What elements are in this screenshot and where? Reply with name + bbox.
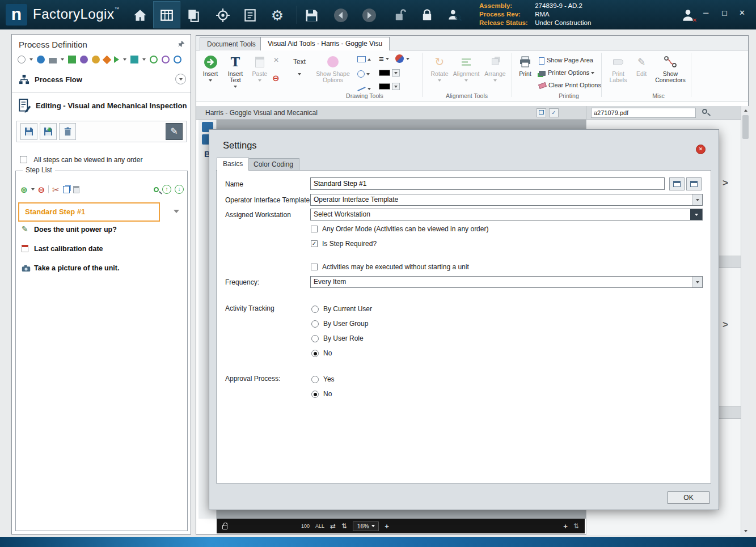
delete-process-button[interactable] [59,123,76,140]
radio-by-user-role[interactable] [311,335,319,342]
lock-zoom-icon[interactable] [222,525,227,529]
print-icon[interactable] [49,58,57,63]
doc-check-button[interactable]: ✓ [549,108,559,117]
clear-selection-icon[interactable]: ✕ [273,56,279,64]
attachment-name[interactable]: a271079.pdf [591,108,696,118]
report-button[interactable] [242,7,259,24]
radio-by-user-group[interactable] [311,320,319,328]
workstation-select[interactable]: Select Workstation [310,209,703,221]
fit-height-icon[interactable]: ⇅ [341,522,347,530]
dropdown-arrow-icon[interactable] [690,209,702,220]
dropdown-arrow-icon[interactable] [692,277,702,287]
sync-green-icon[interactable] [150,56,158,63]
rotate-button[interactable]: ↻ Rotate [429,54,450,83]
user-gold-icon[interactable] [92,56,100,63]
history-purple-icon[interactable] [162,56,170,63]
logout-user-button[interactable]: ✕ [679,7,696,24]
maximize-button[interactable]: ◻ [721,9,728,17]
close-window-button[interactable]: ✕ [739,9,745,17]
minimize-button[interactable]: ─ [703,9,708,17]
unlock-button[interactable] [391,7,408,24]
package-caret-icon[interactable] [142,58,146,61]
dropdown-arrow-icon[interactable] [692,194,702,205]
import-process-button[interactable] [40,123,57,140]
move-up-icon[interactable]: ↑ [162,185,171,194]
remove-step-icon[interactable]: ⊖ [38,185,45,194]
text-button[interactable]: Text [289,54,310,77]
copy-icon[interactable] [63,186,70,193]
ok-button[interactable]: OK [668,491,709,504]
fill-color-picker[interactable] [379,69,400,77]
radio-approval-yes[interactable] [311,376,319,383]
forward-button[interactable] [361,7,378,24]
refresh-blue-icon[interactable] [174,56,181,63]
frequency-select[interactable]: Every Item [310,276,703,288]
save-button[interactable] [303,7,320,24]
home-button[interactable] [132,7,149,24]
user-purple-icon[interactable] [80,56,88,63]
add-process-icon[interactable] [18,56,26,63]
process-flow-row[interactable]: Process Flow [12,71,191,89]
documents-button[interactable] [185,7,202,24]
activities-without-unit-checkbox[interactable] [311,264,318,270]
remove-shape-icon[interactable]: ⊖ [272,73,280,83]
step-item-selected[interactable]: Standard Step #1 [18,202,160,222]
alignment-button[interactable]: Alignment [453,54,480,83]
tab-basics[interactable]: Basics [217,158,249,171]
print-button[interactable]: Print [515,54,535,77]
collapse-chevron-icon[interactable]: > [723,319,728,330]
zoom-100-button[interactable]: 100 [301,523,310,529]
settings-button[interactable]: ⚙ [269,7,286,24]
back-button[interactable] [332,7,349,24]
edit-mode-button[interactable]: ✎ [166,123,183,140]
print-caret-icon[interactable] [61,58,64,61]
zoom-level-select[interactable]: 16% [353,521,379,531]
operator-interface-select[interactable]: Operator Interface Template [310,194,703,206]
web-icon[interactable] [37,56,45,63]
show-page-area-button[interactable]: Show Page Area [539,55,593,65]
radio-by-current-user[interactable] [311,306,319,313]
print-labels-button[interactable]: Print Labels [606,54,631,83]
step-item[interactable]: ✎ Does the unit power up? [18,221,184,239]
edit-button[interactable]: ✎ Edit [633,54,650,77]
scroll-down-arrow[interactable] [741,527,750,535]
target-button[interactable] [214,7,231,24]
doc-grid-button[interactable] [537,108,546,117]
shape-line-tool[interactable] [357,84,371,92]
expand-circle-icon[interactable] [175,74,186,84]
step-item[interactable]: Take a picture of the unit. [18,259,184,277]
process-flow-icon[interactable] [68,56,76,63]
tab-visual-aid-tools[interactable]: Visual Aid Tools - Harris - Goggle Visu [260,37,390,50]
export-icon[interactable] [114,56,119,63]
zoom-step-icon[interactable] [154,187,159,192]
name-template-print-button[interactable] [686,177,702,190]
name-input[interactable] [310,177,665,190]
tab-color-coding[interactable]: Color Coding [247,158,299,171]
name-template-button[interactable] [669,177,685,190]
search-attachment-icon[interactable] [702,109,707,114]
step-expand-caret-icon[interactable] [174,210,179,213]
line-style-options[interactable]: ≡ [379,54,409,63]
pin-icon[interactable] [178,40,185,48]
add-step-icon[interactable]: ⊕ [20,185,28,194]
scrollbar-thumb[interactable] [742,115,749,139]
cut-icon[interactable]: ✂ [52,185,60,194]
show-connectors-button[interactable]: Show Connectors [652,54,689,83]
fit-width-icon[interactable]: ⇄ [330,522,336,530]
collapse-chevron-icon[interactable]: > [723,177,728,189]
shape-rectangle-tool[interactable] [357,55,371,63]
tab-document-tools[interactable]: Document Tools [200,37,263,50]
zoom-all-button[interactable]: ALL [315,523,324,529]
process-definition-button[interactable] [158,7,175,24]
add-process-caret-icon[interactable] [29,58,33,61]
is-step-required-checkbox[interactable]: ✓ [311,240,318,247]
export-caret-icon[interactable] [123,58,126,61]
radio-approval-no[interactable] [311,391,319,398]
package-icon[interactable] [130,56,138,63]
lock-button[interactable] [419,7,436,24]
show-shape-options-button[interactable]: Show Shape Options [311,54,355,83]
save-process-button[interactable] [20,123,37,140]
insert-button[interactable]: Insert [200,54,221,83]
scroll-up-arrow[interactable] [741,106,750,115]
zoom-in-icon[interactable]: + [385,522,389,531]
